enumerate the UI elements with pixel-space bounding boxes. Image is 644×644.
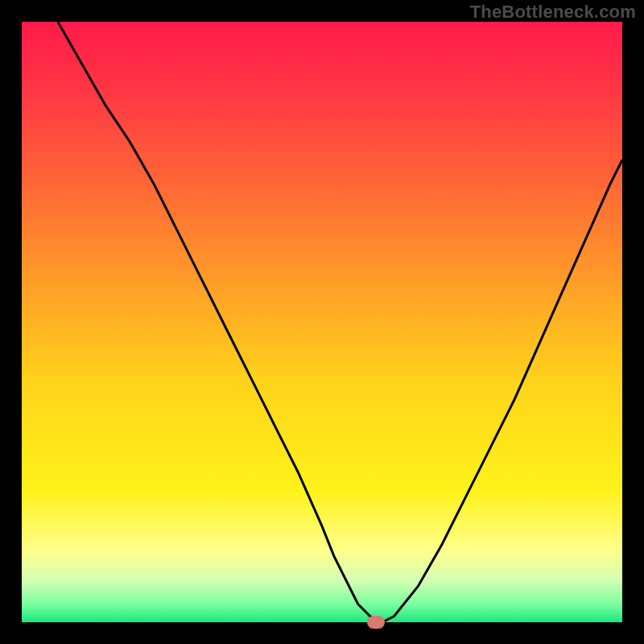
- plot-area: [22, 22, 622, 622]
- optimal-marker: [367, 616, 385, 629]
- curve-path: [58, 22, 622, 622]
- bottleneck-curve: [22, 22, 622, 622]
- watermark-text: TheBottleneck.com: [470, 2, 636, 23]
- chart-container: TheBottleneck.com: [0, 0, 644, 644]
